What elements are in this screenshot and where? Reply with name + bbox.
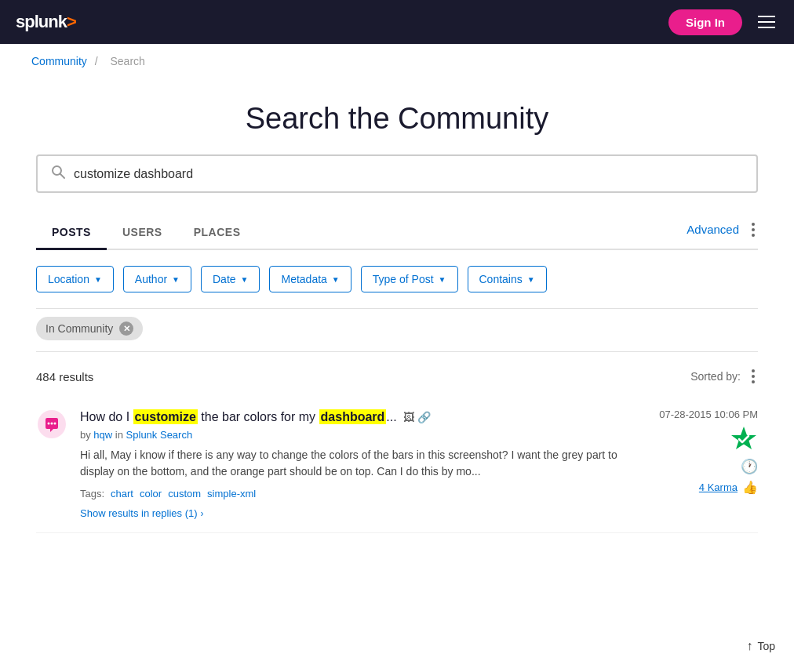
- hamburger-menu[interactable]: [755, 13, 778, 31]
- search-icon: [50, 164, 66, 183]
- search-bar: [36, 154, 758, 193]
- tags-row: Tags: chart color custom simple-xml: [80, 488, 646, 499]
- link-icon: 🔗: [417, 410, 431, 426]
- karma-row: 4 Karma 👍: [699, 480, 758, 495]
- filter-metadata-label: Metadata: [281, 273, 326, 285]
- post-title-after: ...: [386, 410, 396, 423]
- results-count: 484 results: [36, 370, 93, 383]
- header: splunk> Sign In: [0, 0, 794, 44]
- post-title-middle: the bar colors for my: [198, 410, 319, 423]
- filter-contains[interactable]: Contains ▼: [468, 266, 547, 292]
- filter-date-chevron: ▼: [241, 275, 249, 284]
- tab-list: POSTS USERS PLACES: [36, 216, 687, 249]
- main-content: Search the Community POSTS USERS PLACES …: [20, 102, 774, 565]
- post-author-link[interactable]: hqw: [93, 429, 112, 441]
- breadcrumb-community[interactable]: Community: [31, 55, 87, 67]
- show-replies-link[interactable]: Show results in replies (1) ›: [80, 507, 204, 519]
- post-content: How do I customize the bar colors for my…: [80, 409, 646, 520]
- dot-3: [752, 234, 755, 237]
- filter-contains-label: Contains: [479, 273, 523, 285]
- filter-row: Location ▼ Author ▼ Date ▼ Metadata ▼ Ty…: [36, 250, 758, 308]
- tab-users[interactable]: USERS: [107, 216, 178, 250]
- active-filters: In Community ✕: [36, 309, 758, 351]
- thumbs-up-icon: 👍: [742, 480, 758, 495]
- hamburger-line-3: [758, 27, 775, 28]
- breadcrumb: Community / Search: [0, 44, 794, 78]
- clock-icon: 🕐: [741, 458, 758, 475]
- tabs-right: Advanced: [687, 220, 758, 246]
- filter-type-of-post-label: Type of Post: [373, 273, 434, 285]
- post-type-icon: [36, 409, 67, 440]
- svg-point-4: [51, 423, 53, 425]
- filter-location-chevron: ▼: [94, 275, 102, 284]
- post-excerpt: Hi all, May i know if there is any way t…: [80, 447, 646, 480]
- filter-date-label: Date: [213, 273, 236, 285]
- post-title-highlight1: customize: [133, 409, 198, 424]
- sign-in-button[interactable]: Sign In: [668, 9, 742, 35]
- tab-places[interactable]: PLACES: [178, 216, 257, 250]
- advanced-button[interactable]: Advanced: [687, 223, 739, 236]
- svg-line-1: [60, 174, 65, 179]
- post-datetime: 07-28-2015 10:06 PM: [659, 409, 758, 420]
- filter-author-chevron: ▼: [172, 275, 180, 284]
- svg-point-3: [48, 423, 50, 425]
- sort-options-button[interactable]: [748, 366, 758, 387]
- breadcrumb-current: Search: [110, 55, 144, 67]
- tab-posts[interactable]: POSTS: [36, 216, 107, 250]
- filter-location-label: Location: [48, 273, 89, 285]
- verified-badge: [730, 425, 758, 453]
- tabs-more-button[interactable]: [748, 220, 758, 240]
- header-right: Sign In: [668, 9, 778, 35]
- filter-location[interactable]: Location ▼: [36, 266, 114, 292]
- dot-2: [752, 228, 755, 231]
- sort-dot-2: [752, 375, 755, 378]
- image-icon: 🖼: [403, 410, 414, 426]
- filter-metadata[interactable]: Metadata ▼: [269, 266, 351, 292]
- sorted-by-label: Sorted by:: [690, 370, 741, 383]
- post-item: How do I customize the bar colors for my…: [36, 396, 758, 533]
- sort-dot-3: [752, 380, 755, 383]
- active-filter-tag: In Community ✕: [36, 317, 143, 340]
- filter-type-of-post[interactable]: Type of Post ▼: [361, 266, 458, 292]
- post-by-label: by: [80, 429, 91, 441]
- filter-metadata-chevron: ▼: [332, 275, 340, 284]
- svg-point-5: [54, 423, 56, 425]
- tag-chart[interactable]: chart: [111, 488, 133, 499]
- show-replies-label: Show results in replies (1): [80, 507, 198, 519]
- filter-author-label: Author: [135, 273, 167, 285]
- post-right: 07-28-2015 10:06 PM 🕐 4 Karma 👍: [659, 409, 758, 520]
- tabs: POSTS USERS PLACES Advanced: [36, 216, 758, 250]
- results-header: 484 results Sorted by:: [36, 352, 758, 396]
- breadcrumb-separator: /: [95, 55, 98, 67]
- post-in-label: in: [115, 429, 123, 441]
- filter-type-of-post-chevron: ▼: [439, 275, 446, 284]
- search-input[interactable]: [74, 167, 744, 181]
- hamburger-line-2: [758, 21, 775, 23]
- tags-label: Tags:: [80, 488, 104, 499]
- post-community-link[interactable]: Splunk Search: [126, 429, 193, 441]
- results-right: Sorted by:: [690, 366, 758, 387]
- active-filter-close[interactable]: ✕: [119, 321, 133, 336]
- logo-chevron: >: [67, 12, 76, 31]
- karma-count[interactable]: 4 Karma: [699, 481, 738, 493]
- post-title: How do I customize the bar colors for my…: [80, 409, 646, 426]
- hamburger-line-1: [758, 16, 775, 17]
- svg-marker-6: [731, 427, 756, 449]
- filter-contains-chevron: ▼: [527, 275, 535, 284]
- active-filter-label: In Community: [46, 322, 113, 335]
- dot-1: [752, 223, 755, 226]
- page-title: Search the Community: [36, 102, 758, 136]
- post-title-highlight2: dashboard: [319, 409, 387, 424]
- tag-color[interactable]: color: [140, 488, 162, 499]
- tag-custom[interactable]: custom: [168, 488, 201, 499]
- post-meta-icons: 🖼 🔗: [403, 410, 431, 426]
- logo: splunk>: [16, 12, 76, 32]
- tag-simple-xml[interactable]: simple-xml: [207, 488, 256, 499]
- filter-date[interactable]: Date ▼: [201, 266, 260, 292]
- sort-dot-1: [752, 369, 755, 372]
- show-replies-arrow: ›: [201, 508, 204, 519]
- filter-author[interactable]: Author ▼: [123, 266, 191, 292]
- post-title-before: How do I: [80, 410, 133, 423]
- post-meta: by hqw in Splunk Search: [80, 429, 646, 441]
